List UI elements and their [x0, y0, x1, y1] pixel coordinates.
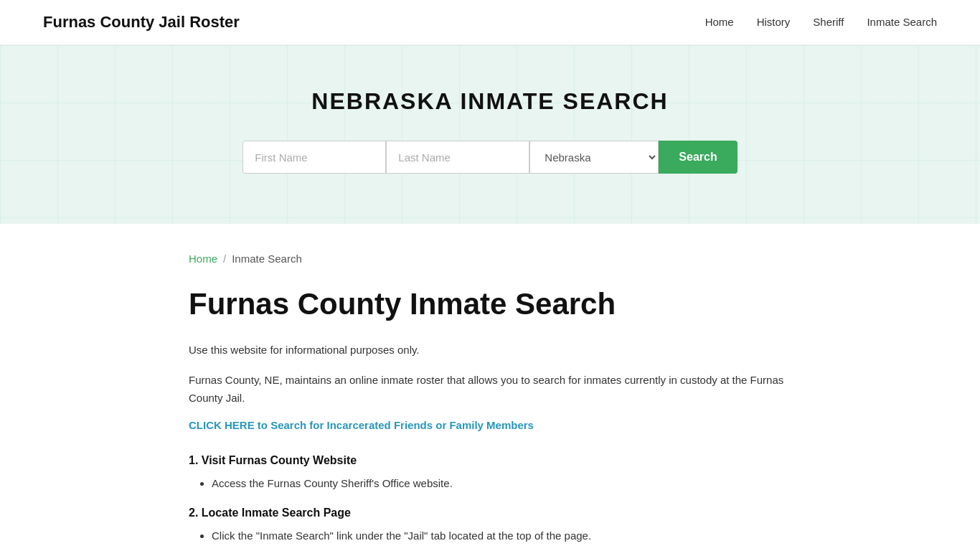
breadcrumb-home-link[interactable]: Home	[189, 253, 217, 265]
nav-link-inmate-search[interactable]: Inmate Search	[867, 16, 937, 28]
nav-item-history: History	[757, 16, 791, 29]
section1-bullets: Access the Furnas County Sheriff's Offic…	[189, 474, 791, 493]
hero-title: NEBRASKA INMATE SEARCH	[14, 88, 966, 115]
nav-link-history[interactable]: History	[757, 16, 791, 28]
nav-item-inmate-search: Inmate Search	[867, 16, 937, 29]
intro-paragraph-2: Furnas County, NE, maintains an online i…	[189, 371, 791, 408]
main-nav: Home History Sheriff Inmate Search	[705, 16, 937, 29]
breadcrumb-separator: /	[223, 253, 226, 265]
main-content: Home / Inmate Search Furnas County Inmat…	[146, 224, 834, 551]
section1-heading: 1. Visit Furnas County Website	[189, 454, 791, 467]
first-name-input[interactable]	[242, 141, 386, 174]
hero-section: NEBRASKA INMATE SEARCH NebraskaAlabamaAl…	[0, 45, 980, 224]
breadcrumb: Home / Inmate Search	[189, 253, 791, 265]
state-select[interactable]: NebraskaAlabamaAlaskaArizonaArkansasCali…	[529, 141, 659, 174]
nav-link-sheriff[interactable]: Sheriff	[813, 16, 844, 28]
last-name-input[interactable]	[386, 141, 529, 174]
breadcrumb-current: Inmate Search	[232, 253, 302, 265]
nav-link-home[interactable]: Home	[705, 16, 734, 28]
site-title[interactable]: Furnas County Jail Roster	[43, 13, 240, 32]
nav-item-sheriff: Sheriff	[813, 16, 844, 29]
nav-item-home: Home	[705, 16, 734, 29]
section2-bullets: Click the "Inmate Search" link under the…	[189, 527, 791, 545]
section2-bullet-1: Click the "Inmate Search" link under the…	[212, 527, 791, 545]
section1-bullet-1: Access the Furnas County Sheriff's Offic…	[212, 474, 791, 493]
search-button[interactable]: Search	[659, 141, 737, 174]
search-form: NebraskaAlabamaAlaskaArizonaArkansasCali…	[217, 141, 763, 174]
intro-paragraph-1: Use this website for informational purpo…	[189, 341, 791, 359]
nav-list: Home History Sheriff Inmate Search	[705, 16, 937, 29]
cta-link[interactable]: CLICK HERE to Search for Incarcerated Fr…	[189, 419, 534, 431]
section2-heading: 2. Locate Inmate Search Page	[189, 507, 791, 519]
site-header: Furnas County Jail Roster Home History S…	[0, 0, 980, 45]
page-title: Furnas County Inmate Search	[189, 288, 791, 321]
